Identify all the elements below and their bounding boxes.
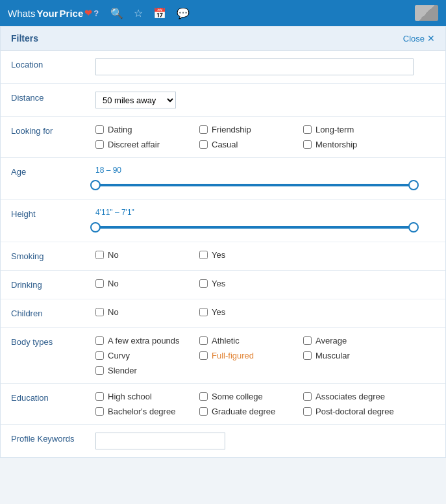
education-bachelors-checkbox[interactable] <box>95 407 104 416</box>
smoking-grid: No Yes <box>95 250 435 260</box>
list-item[interactable]: Casual <box>199 140 303 149</box>
looking-for-mentorship-checkbox[interactable] <box>303 140 312 149</box>
body-slender-label: Slender <box>108 366 137 375</box>
list-item[interactable]: Yes <box>199 250 303 260</box>
looking-for-friendship-label: Friendship <box>212 125 251 134</box>
children-yes-checkbox[interactable] <box>199 308 208 316</box>
list-item[interactable]: Athletic <box>199 336 303 346</box>
smoking-yes-checkbox[interactable] <box>199 251 208 259</box>
smoking-no-label: No <box>108 250 119 260</box>
body-slender-checkbox[interactable] <box>95 366 104 375</box>
message-icon[interactable]: 💬 <box>177 7 190 19</box>
list-item[interactable]: Graduate degree <box>199 407 303 416</box>
education-highschool-label: High school <box>108 392 152 401</box>
avatar[interactable] <box>415 5 438 21</box>
education-associates-checkbox[interactable] <box>303 392 312 401</box>
distance-content: 10 miles away 25 miles away 50 miles awa… <box>95 92 435 108</box>
looking-for-grid: Dating Friendship Long-term Discreet aff… <box>95 125 435 149</box>
body-average-checkbox[interactable] <box>303 336 312 345</box>
age-slider[interactable] <box>95 179 414 192</box>
app-logo: WhatsYourPrice ❤ ? <box>8 8 99 19</box>
list-item[interactable]: A few extra pounds <box>95 336 199 346</box>
list-item[interactable]: Associates degree <box>303 392 407 401</box>
looking-for-dating-label: Dating <box>108 125 132 134</box>
height-slider[interactable] <box>95 221 414 234</box>
list-item[interactable]: No <box>95 307 199 317</box>
keywords-content <box>95 433 435 449</box>
body-average-label: Average <box>316 336 347 346</box>
list-item[interactable]: Yes <box>199 279 303 288</box>
filter-row-body-types: Body types A few extra pounds Athletic A… <box>1 328 445 384</box>
list-item[interactable]: Average <box>303 336 407 346</box>
list-item[interactable]: Discreet affair <box>95 140 199 149</box>
list-item[interactable]: No <box>95 250 199 260</box>
height-thumb-min[interactable] <box>90 222 101 233</box>
education-graduate-checkbox[interactable] <box>199 407 208 416</box>
list-item[interactable]: Yes <box>199 307 303 317</box>
children-label: Children <box>11 307 95 318</box>
children-grid: No Yes <box>95 307 435 317</box>
search-icon[interactable]: 🔍 <box>110 7 123 19</box>
filter-row-looking-for: Looking for Dating Friendship Long-term … <box>1 117 445 158</box>
body-full-figured-checkbox[interactable] <box>199 351 208 360</box>
age-thumb-min[interactable] <box>90 180 101 190</box>
drinking-yes-checkbox[interactable] <box>199 279 208 288</box>
list-item[interactable]: Long-term <box>303 125 407 134</box>
smoking-no-checkbox[interactable] <box>95 251 104 259</box>
drinking-no-checkbox[interactable] <box>95 279 104 288</box>
distance-label: Distance <box>11 92 95 103</box>
age-thumb-max[interactable] <box>408 180 419 190</box>
calendar-icon[interactable]: 📅 <box>153 7 166 19</box>
list-item[interactable]: High school <box>95 392 199 401</box>
location-input[interactable] <box>95 58 414 75</box>
age-track <box>95 184 414 186</box>
drinking-content: No Yes <box>95 279 435 288</box>
list-item[interactable]: Bachelor's degree <box>95 407 199 416</box>
keywords-input[interactable] <box>95 433 225 449</box>
drinking-yes-label: Yes <box>212 279 225 288</box>
list-item[interactable]: Muscular <box>303 351 407 360</box>
body-few-extra-checkbox[interactable] <box>95 336 104 345</box>
list-item[interactable]: Post-doctoral degree <box>303 407 407 416</box>
height-thumb-max[interactable] <box>408 222 419 233</box>
body-curvy-checkbox[interactable] <box>95 351 104 360</box>
looking-for-dating-checkbox[interactable] <box>95 125 104 134</box>
education-somecollege-checkbox[interactable] <box>199 392 208 401</box>
question-icon[interactable]: ? <box>93 8 99 18</box>
children-yes-label: Yes <box>212 307 225 317</box>
height-label: Height <box>11 208 95 219</box>
children-no-label: No <box>108 307 119 317</box>
close-label: Close <box>403 34 425 44</box>
body-types-content: A few extra pounds Athletic Average Curv… <box>95 336 435 375</box>
body-full-figured-label: Full-figured <box>212 351 254 360</box>
body-types-grid: A few extra pounds Athletic Average Curv… <box>95 336 435 375</box>
looking-for-discreet-checkbox[interactable] <box>95 140 104 149</box>
app-header: WhatsYourPrice ❤ ? 🔍 ☆ 📅 💬 <box>0 0 446 26</box>
list-item[interactable]: Slender <box>95 366 199 375</box>
star-icon[interactable]: ☆ <box>134 7 143 19</box>
education-postdoctoral-checkbox[interactable] <box>303 407 312 416</box>
close-button[interactable]: Close ✕ <box>403 33 435 44</box>
body-muscular-checkbox[interactable] <box>303 351 312 360</box>
education-highschool-checkbox[interactable] <box>95 392 104 401</box>
list-item[interactable]: Curvy <box>95 351 199 360</box>
distance-select[interactable]: 10 miles away 25 miles away 50 miles awa… <box>95 92 176 108</box>
education-associates-label: Associates degree <box>316 392 385 401</box>
children-no-checkbox[interactable] <box>95 308 104 316</box>
body-types-label: Body types <box>11 336 95 347</box>
looking-for-casual-checkbox[interactable] <box>199 140 208 149</box>
age-label: Age <box>11 166 95 177</box>
education-grid: High school Some college Associates degr… <box>95 392 435 416</box>
looking-for-mentorship-label: Mentorship <box>316 140 357 149</box>
list-item[interactable]: No <box>95 279 199 288</box>
smoking-content: No Yes <box>95 250 435 260</box>
looking-for-friendship-checkbox[interactable] <box>199 125 208 134</box>
looking-for-longterm-checkbox[interactable] <box>303 125 312 134</box>
list-item[interactable]: Full-figured <box>199 351 303 360</box>
list-item[interactable]: Dating <box>95 125 199 134</box>
list-item[interactable]: Friendship <box>199 125 303 134</box>
looking-for-label: Looking for <box>11 125 95 136</box>
list-item[interactable]: Some college <box>199 392 303 401</box>
body-athletic-checkbox[interactable] <box>199 336 208 345</box>
list-item[interactable]: Mentorship <box>303 140 407 149</box>
